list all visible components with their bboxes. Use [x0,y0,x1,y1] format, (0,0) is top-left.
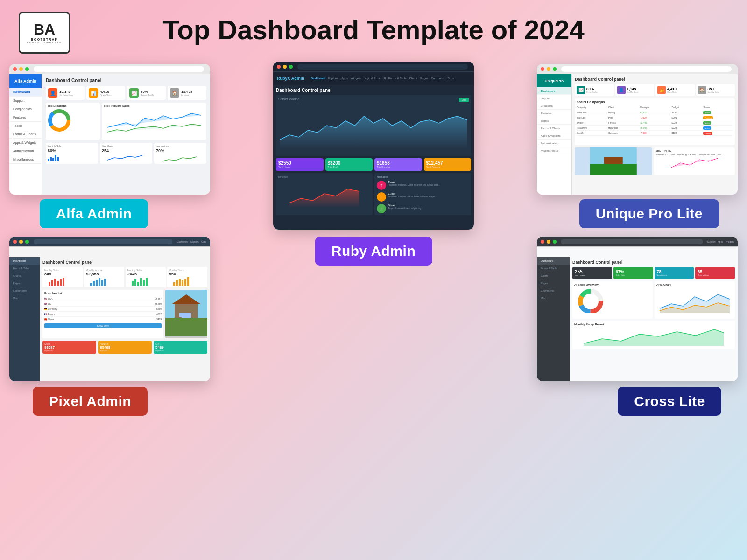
pixel-content: Dashboard Forms & Table Charts Pages Eco… [9,247,210,381]
alfa-bottom-val-1: 80% [48,148,96,153]
pixel-nav-2[interactable]: Support [190,240,199,243]
unique-stat-label-2: Job Members [627,91,638,93]
ruby-nav-login[interactable]: Login & Error [364,77,380,80]
pixel-image-box [165,290,207,338]
unique-nav-features[interactable]: Features [537,110,571,117]
pixel-nav-dashboard[interactable]: Dashboard [9,257,40,265]
svg-rect-22 [137,282,139,286]
alfa-nav-components[interactable]: Components [9,105,42,113]
cross-nav-misc[interactable]: Misc [537,294,570,302]
mini-bar [52,158,54,161]
ruby-nav-dashboard[interactable]: Dashboard [311,77,325,80]
unique-nav-apps[interactable]: Apps & Widgets [537,132,571,140]
alfa-nav-charts[interactable]: Forms & Charts [9,130,42,139]
label-unique[interactable]: Unique Pro Lite [579,199,719,228]
unique-nav-location[interactable]: Locations [537,102,571,110]
alfa-nav-features[interactable]: Features [9,113,42,122]
card-ruby[interactable]: RubyX Admin Dashboard Explorer Apps Widg… [273,62,474,230]
ruby-nav-charts[interactable]: Charts [409,77,418,80]
cross-nav-pages[interactable]: Pages [537,280,570,287]
label-alfa-text: Alfa Admin [56,206,132,221]
unique-stat-icon-1: 📈 [577,86,585,94]
svg-rect-15 [93,281,95,286]
unique-nav-support[interactable]: Support [537,95,571,102]
dot-red [13,240,17,244]
card-alfa[interactable]: Alfa Admin Dashboard Support Components … [9,64,210,195]
unique-nav-tables[interactable]: Tables [537,117,571,125]
alfa-stat-info-2: 4,410 Open Slots [100,90,123,97]
alfa-stat-label-1: Job Members [59,94,82,97]
unique-row-2: YouTubePets-1,500$291Pending [577,115,733,120]
ruby-nav-comments[interactable]: Comments [431,77,444,80]
ruby-nav-docs[interactable]: Docs [447,77,454,80]
ruby-stat-1: $2550 Total Users [276,158,324,171]
card-pixel[interactable]: Dashboard Support Apps Dashboard Forms &… [9,237,210,381]
pixel-nav-1[interactable]: Dashboard [177,240,188,243]
ruby-messages: Messages T Toma Praesent tristique. Dolo… [374,173,471,215]
label-cross[interactable]: Cross Lite [618,387,721,416]
pixel-nav-tables[interactable]: Forms & Table [9,265,40,272]
card-unique[interactable]: UniquePro Dashboard Support Locations Fe… [537,64,738,195]
dot-red [541,67,544,71]
cross-recap-svg [574,327,733,346]
alfa-nav-apps[interactable]: Apps & Widgets [9,139,42,147]
alfa-stat-label-2: Open Slots [100,94,123,97]
cross-stats: 255 New Orders 67% Sales Rate 78 Negotia… [572,267,735,279]
pixel-nav-misc[interactable]: Misc [9,294,40,302]
ruby-stat-label-1: Total Users [278,166,321,168]
unique-nav-dashboard[interactable]: Dashboard [537,87,571,95]
cross-nav-ecom[interactable]: Ecommerce [537,287,570,294]
pixel-more-button[interactable]: Show More [44,323,162,328]
pixel-color-stat-1: Salsa 96587 Ingestion+ [42,341,96,354]
ruby-nav-apps[interactable]: Apps [341,77,348,80]
unique-titlebar [537,64,738,74]
pixel-nav-charts[interactable]: Charts [9,272,40,280]
pixel-nav-pages[interactable]: Pages [9,280,40,287]
ruby-server-loading: Server loading Live [276,95,471,156]
ruby-nav-forms[interactable]: Forms & Table [388,77,407,80]
cross-nav-1[interactable]: Support [707,240,716,243]
pixel-val-usa: 96587 [155,297,162,300]
pixel-house-svg [165,290,207,336]
pixel-stat-4: Monthly Stock 560 [167,267,207,287]
ruby-avatar-3: S [377,204,386,213]
ruby-nav-ui[interactable]: UI [383,77,386,80]
ruby-nav-widgets[interactable]: Widgets [351,77,361,80]
ruby-nav-explorer[interactable]: Explorer [328,77,338,80]
card-cross[interactable]: Support Apps Widgets Dashboard Forms & T… [537,237,738,381]
unique-table-title: Social Campaigns [577,100,733,104]
ruby-nav-pages[interactable]: Pages [420,77,428,80]
pixel-nav-ecom[interactable]: Ecommerce [9,287,40,294]
cell-4-3: +5,925 [640,126,670,129]
pixel-main: Dashboard Control panel Monthly Visits 8… [40,257,210,381]
pixel-nav-3[interactable]: Apps [201,240,206,243]
label-alfa[interactable]: Alfa Admin [40,199,148,228]
alfa-nav-dashboard[interactable]: Dashboard [9,88,42,97]
unique-nav-charts[interactable]: Forms & Charts [537,125,571,132]
cell-3-3: +1,456 [640,121,670,124]
alfa-charts: Top Locations Top Products Sales [46,103,206,140]
cross-nav-charts[interactable]: Charts [537,272,570,280]
alfa-titlebar [9,64,210,74]
label-pixel[interactable]: Pixel Admin [33,387,148,416]
alfa-nav-support[interactable]: Support [9,97,42,105]
alfa-nav-auth[interactable]: Authentication [9,147,42,155]
alfa-nav-tables[interactable]: Tables [9,122,42,130]
cell-3-4: $228 [671,121,701,124]
unique-nav-auth[interactable]: Authentication [537,140,571,147]
pixel-sidebar: Dashboard Forms & Table Charts Pages Eco… [9,257,40,381]
ruby-brand: RubyX Admin [277,76,304,81]
unique-landscape-svg [575,147,652,175]
cross-sidebar: Dashboard Forms & Table Charts Pages Eco… [537,257,570,381]
alfa-nav-misc[interactable]: Miscellaneous [9,155,42,164]
unique-nav-misc[interactable]: Miscellaneous [537,147,571,154]
unique-row-1: FacebookBeauty+3,413$455Active [577,110,733,115]
pixel-spark-3 [127,276,164,286]
cross-nav-dashboard[interactable]: Dashboard [537,257,570,265]
cross-nav-2[interactable]: Apps [718,240,723,243]
cell-2-1: YouTube [577,116,606,119]
pixel-color-sub-2: Ingestion+ [100,350,150,352]
label-ruby[interactable]: Ruby Admin [315,237,432,266]
cross-nav-3[interactable]: Widgets [726,240,734,243]
cross-nav-tables[interactable]: Forms & Table [537,265,570,272]
